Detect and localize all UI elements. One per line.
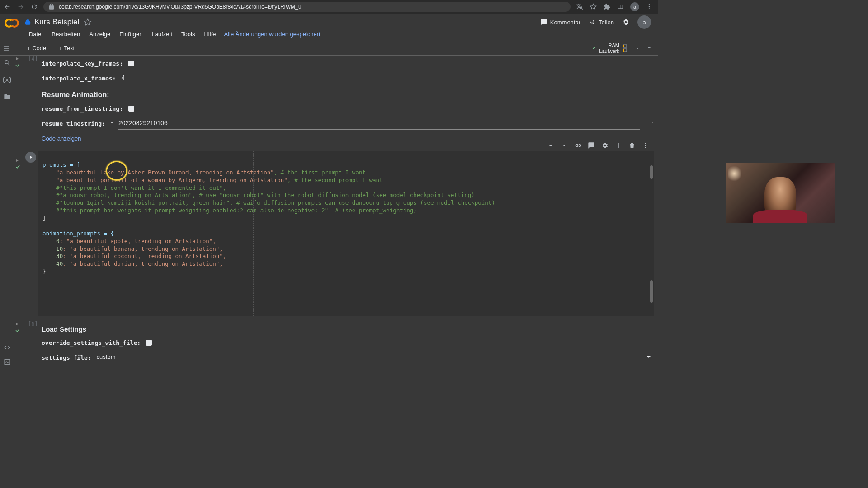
input-interpolate-x-frames[interactable] xyxy=(121,72,653,84)
svg-point-11 xyxy=(645,145,646,146)
menu-help[interactable]: Hilfe xyxy=(200,30,219,38)
add-code-button[interactable]: + Code xyxy=(23,44,51,52)
svg-rect-9 xyxy=(619,143,621,148)
svg-rect-8 xyxy=(616,143,618,148)
svg-rect-5 xyxy=(623,45,624,47)
browser-menu-icon[interactable] xyxy=(646,3,653,10)
checkbox-override-settings[interactable] xyxy=(146,340,152,346)
select-settings-file[interactable]: custom xyxy=(97,352,653,363)
folder-icon[interactable] xyxy=(4,93,11,100)
section-title: Resume Animation: xyxy=(42,87,658,103)
share-icon xyxy=(589,19,596,26)
browser-chrome: colab.research.google.com/drive/13G9KHyM… xyxy=(0,0,658,14)
svg-point-10 xyxy=(645,143,646,144)
menu-insert[interactable]: Einfügen xyxy=(116,30,146,38)
favorite-star-icon[interactable] xyxy=(84,18,92,26)
star-icon[interactable] xyxy=(590,3,597,10)
form-label: resume_timestring: xyxy=(42,120,105,127)
cell-exec-count: [6] xyxy=(28,321,38,327)
menu-edit[interactable]: Bearbeiten xyxy=(48,30,84,38)
chevron-down-icon xyxy=(646,355,651,359)
menu-icon[interactable] xyxy=(3,45,10,52)
comment-cell-icon[interactable] xyxy=(588,142,595,149)
checkbox-interpolate-key-frames[interactable] xyxy=(128,61,134,66)
column-ruler xyxy=(253,151,254,316)
link-icon[interactable] xyxy=(574,142,581,149)
menu-file[interactable]: Datei xyxy=(25,30,46,38)
code-snippets-icon[interactable] xyxy=(4,344,11,351)
show-code-link[interactable]: Code anzeigen xyxy=(42,132,81,145)
delete-cell-icon[interactable] xyxy=(628,142,636,149)
extensions-icon[interactable] xyxy=(603,3,610,10)
svg-point-1 xyxy=(649,6,650,8)
comment-icon xyxy=(540,19,547,26)
collapse-cell-icon[interactable] xyxy=(15,322,20,326)
svg-rect-6 xyxy=(623,49,624,52)
form-label: override_settings_with_file: xyxy=(42,339,141,346)
runtime-dropdown-icon[interactable] xyxy=(635,46,640,51)
sidebar-icon[interactable] xyxy=(617,3,624,10)
svg-point-2 xyxy=(649,8,650,9)
add-text-button[interactable]: + Text xyxy=(54,44,79,52)
comment-button[interactable]: Kommentar xyxy=(540,19,580,26)
gear-icon[interactable] xyxy=(622,19,629,26)
run-cell-button[interactable] xyxy=(25,152,36,163)
variables-icon[interactable]: {x} xyxy=(2,76,12,83)
section-title: Load Settings xyxy=(42,322,658,337)
svg-rect-7 xyxy=(5,360,10,365)
browser-profile-avatar[interactable]: a xyxy=(630,2,639,11)
input-resume-timestring[interactable] xyxy=(118,117,640,130)
menu-tools[interactable]: Tools xyxy=(178,30,198,38)
url-text: colab.research.google.com/drive/13G9KHyM… xyxy=(59,4,302,10)
settings-cell-icon[interactable] xyxy=(601,142,609,149)
svg-point-12 xyxy=(645,147,646,148)
doc-title[interactable]: Kurs Beispiel xyxy=(34,18,79,27)
checkbox-resume-from-timestring[interactable] xyxy=(128,106,134,112)
share-button[interactable]: Teilen xyxy=(589,19,614,26)
collapse-cell-icon[interactable] xyxy=(15,158,20,163)
user-avatar[interactable]: a xyxy=(637,15,651,29)
address-bar[interactable]: colab.research.google.com/drive/13G9KHyM… xyxy=(43,2,571,12)
reload-icon[interactable] xyxy=(31,3,38,10)
scrollbar[interactable] xyxy=(650,280,653,303)
collapse-sidebar-button[interactable] xyxy=(644,42,655,54)
form-label: interpolate_x_frames: xyxy=(42,75,116,82)
collapse-cell-icon[interactable] xyxy=(15,56,20,61)
code-editor[interactable]: prompts = [ "a beautiful lake by Asher B… xyxy=(38,151,654,316)
move-up-icon[interactable] xyxy=(547,142,554,149)
menu-runtime[interactable]: Laufzeit xyxy=(148,30,176,38)
cell-exec-count: [4] xyxy=(28,56,38,62)
terminal-icon[interactable] xyxy=(4,358,11,366)
runtime-status[interactable]: ✔ RAM Laufwerk xyxy=(592,42,640,53)
form-label: interpolate_key_frames: xyxy=(42,60,123,67)
drive-icon xyxy=(24,19,32,26)
move-down-icon[interactable] xyxy=(561,142,568,149)
colab-logo[interactable] xyxy=(5,15,19,29)
lock-icon xyxy=(48,3,55,10)
back-icon[interactable] xyxy=(4,3,11,10)
translate-icon[interactable] xyxy=(576,3,583,10)
svg-point-0 xyxy=(649,4,650,5)
save-status[interactable]: Alle Änderungen wurden gespeichert xyxy=(224,31,320,38)
form-label: resume_from_timestring: xyxy=(42,105,123,112)
form-label: settings_file: xyxy=(42,354,91,361)
scrollbar[interactable] xyxy=(650,165,653,179)
search-icon[interactable] xyxy=(4,59,11,66)
forward-icon[interactable] xyxy=(17,3,24,10)
mirror-cell-icon[interactable] xyxy=(615,142,622,149)
cell-menu-icon[interactable] xyxy=(642,142,649,149)
runtime-gauge xyxy=(622,44,632,53)
menu-view[interactable]: Anzeige xyxy=(85,30,114,38)
